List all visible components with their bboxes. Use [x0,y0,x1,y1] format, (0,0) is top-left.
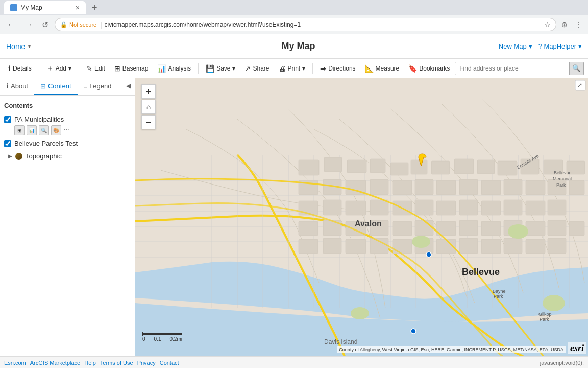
status-url: javascript:void(0); [540,360,584,366]
esri-logo: esri [568,342,586,354]
status-bar: Esri.com ArcGIS Marketplace Help Terms o… [0,356,588,368]
layer-more-icon[interactable]: ··· [63,125,70,135]
share-label: Share [253,65,269,72]
expand-topographic-icon[interactable]: ▶ [8,153,12,159]
search-button[interactable]: 🔍 [569,62,583,75]
toolbar-separator-2 [79,63,79,74]
address-text: civicmapper.maps.arcgis.com/home/webmap/… [105,21,541,28]
active-tab[interactable]: My Map × [4,1,86,14]
tab-close-button[interactable]: × [76,4,80,12]
new-tab-button[interactable]: + [88,3,102,13]
map-area[interactable]: Avalon Bellevue Ohio River Davis Island … [135,78,588,356]
analysis-button[interactable]: 📊 Analysis [153,62,195,75]
new-map-button[interactable]: New Map ▾ [499,42,532,50]
help-link[interactable]: Help [84,360,96,366]
back-button[interactable]: ← [4,18,18,31]
svg-rect-72 [569,221,584,236]
search-icon: 🔍 [572,64,581,72]
edit-button[interactable]: ✎ Edit [82,62,109,75]
home-button[interactable]: ⌂ [141,100,156,114]
zoom-in-button[interactable]: + [141,84,156,99]
new-map-label: New Map [499,42,527,50]
directions-button[interactable]: ➡ Directions [316,62,359,75]
map-helper-button[interactable]: ? MapHelper ▾ [538,42,582,50]
scale-bar-black [162,333,182,335]
bookmarks-button[interactable]: 🔖 Bookmarks [404,62,454,75]
svg-text:⤢: ⤢ [577,82,582,89]
layer-icon-chart[interactable]: 📊 [27,125,37,135]
layer-icon-table[interactable]: ⊞ [14,125,24,135]
layer-checkbox-bellevue[interactable] [4,140,11,147]
share-button[interactable]: ↗ Share [240,62,273,75]
print-label: Print [288,65,301,72]
contact-link[interactable]: Contact [160,360,179,366]
toolbar-separator-3 [198,63,199,74]
edit-icon: ✎ [86,64,92,73]
content-label: Content [48,82,71,90]
layer-icons-pa-municipalities: ⊞ 📊 🔍 🎨 ··· [14,125,131,135]
privacy-link[interactable]: Privacy [137,360,156,366]
arcgis-marketplace-link[interactable]: ArcGIS Marketplace [30,360,80,366]
svg-rect-71 [548,220,566,236]
svg-rect-42 [459,179,478,195]
security-label: Not secure [69,21,96,28]
svg-rect-39 [393,180,412,195]
tab-title: My Map [20,4,72,11]
app-logo-area: Home ▾ [6,42,98,51]
add-button[interactable]: ＋ Add ▾ [42,62,76,75]
terms-link[interactable]: Terms of Use [100,360,133,366]
chrome-menu-button[interactable]: ⋮ [573,18,584,31]
svg-rect-74 [323,238,341,254]
layer-row-pa-municipalities: PA Municipalities [4,116,131,123]
layer-row-bellevue: Bellevue Parcels Test [4,140,131,147]
svg-rect-43 [481,180,501,195]
svg-rect-45 [526,180,545,195]
basemap-button[interactable]: ⊞ Basemap [110,62,153,75]
header-right: New Map ▾ ? MapHelper ▾ [499,42,582,50]
layer-item-topographic: ▶ Topographic [8,149,131,163]
svg-point-99 [411,329,416,334]
svg-rect-59 [548,200,566,215]
esri-link[interactable]: Esri.com [4,360,26,366]
sidebar-content: Contents PA Municipalities ⊞ 📊 🔍 🎨 ··· [0,96,135,356]
add-icon: ＋ [46,64,54,73]
search-input[interactable] [455,65,569,72]
zoom-out-button[interactable]: − [141,115,156,129]
sidebar-collapse-button[interactable]: ◀ [122,78,135,95]
save-button[interactable]: 💾 Save ▾ [202,62,239,75]
svg-rect-60 [299,221,318,236]
bookmark-star-icon[interactable]: ☆ [544,20,551,29]
refresh-button[interactable]: ↺ [39,18,52,32]
scale-tick-right [182,332,182,336]
measure-icon: 📐 [365,64,374,73]
svg-rect-68 [481,221,501,236]
print-button[interactable]: 🖨 Print ▾ [275,62,310,75]
details-button[interactable]: ℹ Details [4,62,36,75]
app-header: Home ▾ My Map New Map ▾ ? MapHelper ▾ [0,34,588,59]
save-icon: 💾 [206,64,214,73]
svg-rect-26 [390,163,408,175]
scale-label-end: 0.2mi [170,336,182,342]
measure-label: Measure [376,65,400,72]
svg-rect-27 [411,160,427,174]
tab-content[interactable]: ⊞ Content [34,78,78,95]
svg-rect-75 [346,239,366,254]
print-icon: 🖨 [279,64,286,73]
map-helper-label: MapHelper [544,42,576,50]
map-helper-arrow-icon: ▾ [578,42,582,50]
tab-about[interactable]: ℹ About [0,78,34,95]
layer-icon-style[interactable]: 🎨 [51,125,61,135]
forward-button[interactable]: → [21,18,36,31]
layer-icon-filter[interactable]: 🔍 [39,125,49,135]
address-bar[interactable]: 🔒 Not secure | civicmapper.maps.arcgis.c… [55,18,556,31]
search-bar[interactable]: 🔍 [455,62,584,75]
svg-rect-73 [299,239,318,254]
measure-button[interactable]: 📐 Measure [361,62,404,75]
address-bar-row: ← → ↺ 🔒 Not secure | civicmapper.maps.ar… [0,15,588,34]
svg-rect-49 [323,200,341,215]
layer-checkbox-pa-municipalities[interactable] [4,116,11,123]
home-link[interactable]: Home [6,42,25,51]
tab-legend[interactable]: ≡ Legend [78,78,118,95]
extensions-button[interactable]: ⊕ [559,18,570,31]
analysis-label: Analysis [168,65,191,72]
